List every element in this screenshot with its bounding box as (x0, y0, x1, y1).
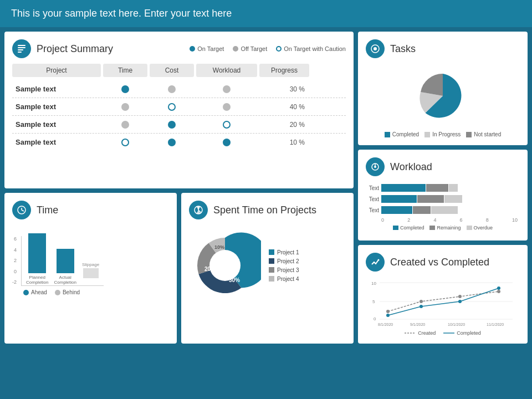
svg-text:8/1/2020: 8/1/2020 (378, 323, 393, 326)
legend-container: On Target Off Target On Target with Caut… (190, 45, 346, 52)
svg-point-23 (497, 287, 500, 290)
project4-box (269, 276, 274, 282)
tasks-title: Tasks (390, 43, 416, 55)
legend-completed: Completed (385, 131, 419, 137)
legend-off-target: Off Target (233, 45, 267, 52)
col-workload: Workload (196, 64, 257, 77)
dot-cell (150, 139, 194, 146)
ahead-dot (23, 290, 29, 295)
project-summary-icon (12, 39, 31, 58)
table-row: Sample text 30 % (12, 80, 346, 98)
dot-filled (168, 139, 176, 146)
bar-label: Text (366, 196, 379, 202)
y-axis: 6 4 2 0 -2 (12, 236, 17, 286)
behind-label: Behind (63, 289, 80, 295)
bars-container: PlannedCompletion ActualCompletion Slipp… (21, 236, 104, 286)
col-cost: Cost (150, 64, 194, 77)
svg-point-19 (497, 290, 500, 293)
workload-bar-row: Text (366, 195, 520, 203)
created-completed-card: Created vs Completed 10 5 0 (358, 245, 528, 344)
overdue-box (467, 226, 472, 230)
caution-dot (276, 46, 282, 52)
legend-on-target: On Target (190, 45, 224, 52)
svg-text:10%: 10% (214, 244, 224, 250)
bottom-left: Time 6 4 2 0 -2 PlannedCompletion (4, 193, 354, 344)
completed-box (385, 132, 390, 137)
bar-axis: 0 2 4 6 8 10 (366, 217, 520, 223)
workload-icon (366, 157, 385, 176)
svg-text:10: 10 (371, 281, 376, 286)
legend-notstarted: Not started (466, 131, 501, 137)
donut-container: 40% 30% 20% 10% Project 1 Project 2 (189, 225, 346, 306)
header-banner: This is your sample text here. Enter you… (0, 0, 532, 27)
svg-text:9/1/2020: 9/1/2020 (410, 323, 425, 326)
donut-chart: 40% 30% 20% 10% (189, 229, 261, 301)
workload-card: Workload Text Text (358, 150, 528, 241)
inprogress-label: In Progress (432, 131, 461, 137)
col-time: Time (103, 64, 147, 77)
bar-remaining (417, 195, 444, 203)
actual-bar (57, 249, 74, 273)
header-text: This is your sample text here. Enter you… (11, 8, 232, 19)
dot-empty (168, 103, 176, 111)
col-project: Project (12, 64, 101, 77)
completed-label: Completed (392, 131, 419, 137)
legend-remaining: Remaining (429, 225, 461, 231)
svg-point-20 (386, 314, 390, 317)
slippage-bar (83, 268, 99, 278)
bar-label: Text (366, 207, 379, 213)
off-target-label: Off Target (241, 45, 267, 52)
slippage-text: Slippage (82, 262, 99, 267)
table-row: Sample text 10 % (12, 134, 346, 151)
row-label: Sample text (12, 103, 101, 111)
caution-label: On Target with Caution (284, 45, 346, 52)
project3-legend: Project 3 (269, 267, 299, 273)
legend-completed: Completed (393, 225, 424, 231)
inprogress-box (424, 132, 430, 137)
legend-inprogress: In Progress (424, 131, 461, 137)
created-header: Created vs Completed (366, 253, 520, 272)
dot-cell (150, 85, 194, 93)
row-label: Sample text (12, 120, 101, 129)
project4-label: Project 4 (277, 276, 299, 282)
bar-completed (381, 206, 412, 214)
behind-dot (55, 290, 60, 295)
project3-box (269, 267, 274, 273)
notstarted-label: Not started (474, 131, 501, 137)
svg-text:20%: 20% (204, 266, 216, 272)
created-vs-completed-chart: 10 5 0 8/1/202 (366, 277, 515, 327)
tasks-pie-container: Completed In Progress Not started (366, 64, 520, 137)
actual-label: ActualCompletion (54, 275, 76, 285)
actual-bar-group: ActualCompletion (54, 249, 76, 285)
created-title: Created vs Completed (390, 257, 489, 268)
created-legend-item: Created (405, 330, 436, 336)
svg-rect-2 (18, 49, 23, 50)
svg-point-16 (386, 310, 390, 313)
ahead-label: Ahead (31, 289, 47, 295)
dot-cell (196, 85, 257, 93)
dot-cell (150, 103, 194, 111)
created-icon (366, 253, 385, 272)
remaining-box (429, 226, 435, 230)
time-title: Time (37, 204, 58, 216)
bar-remaining (426, 184, 448, 192)
dot-filled (168, 121, 176, 129)
tasks-card: Tasks Complet (358, 32, 528, 145)
dot-cell (103, 139, 147, 146)
workload-bar-row: Text (366, 206, 520, 214)
dot-cell (103, 121, 147, 129)
svg-text:10/1/2020: 10/1/2020 (448, 323, 465, 326)
line-chart-legend: Created Completed (366, 330, 520, 336)
tasks-pie-chart (410, 68, 476, 124)
svg-text:40%: 40% (216, 256, 228, 263)
table-row: Sample text 40 % (12, 98, 346, 116)
dot-empty (223, 121, 231, 129)
spent-time-icon (189, 201, 208, 219)
ahead-legend: Ahead (23, 289, 47, 295)
time-header: Time (12, 201, 169, 219)
project2-label: Project 2 (277, 258, 299, 264)
tasks-header: Tasks (366, 39, 520, 58)
project-summary-title: Project Summary (37, 43, 113, 55)
dot-cell (196, 121, 257, 129)
workload-bar-legend: Completed Remaining Overdue (366, 225, 520, 231)
